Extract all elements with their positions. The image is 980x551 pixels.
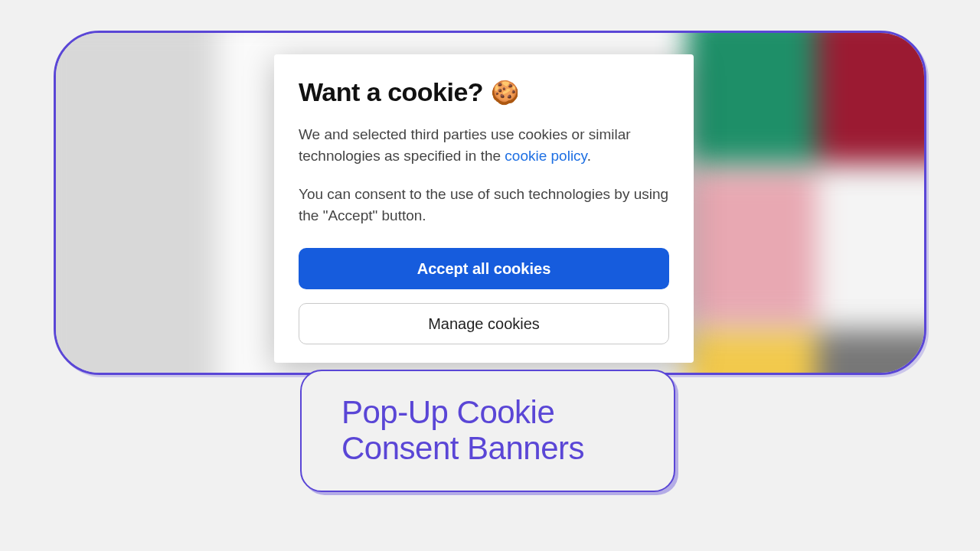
dialog-paragraph-2: You can consent to the use of such techn… xyxy=(299,184,669,227)
caption-text: Pop-Up Cookie Consent Banners xyxy=(341,394,634,466)
cookie-consent-dialog: Want a cookie? 🍪 We and selected third p… xyxy=(274,54,694,363)
screenshot-frame: Want a cookie? 🍪 We and selected third p… xyxy=(54,31,926,375)
dialog-title-text: Want a cookie? xyxy=(299,77,483,107)
dialog-p1-post: . xyxy=(587,148,591,164)
accept-all-cookies-button[interactable]: Accept all cookies xyxy=(299,248,669,289)
caption-card: Pop-Up Cookie Consent Banners xyxy=(300,370,675,492)
dialog-body: We and selected third parties use cookie… xyxy=(299,124,669,227)
manage-cookies-button[interactable]: Manage cookies xyxy=(299,303,669,344)
cookie-icon: 🍪 xyxy=(491,79,519,106)
dialog-title: Want a cookie? 🍪 xyxy=(299,77,669,107)
dialog-paragraph-1: We and selected third parties use cookie… xyxy=(299,124,669,167)
cookie-policy-link[interactable]: cookie policy xyxy=(505,148,586,164)
